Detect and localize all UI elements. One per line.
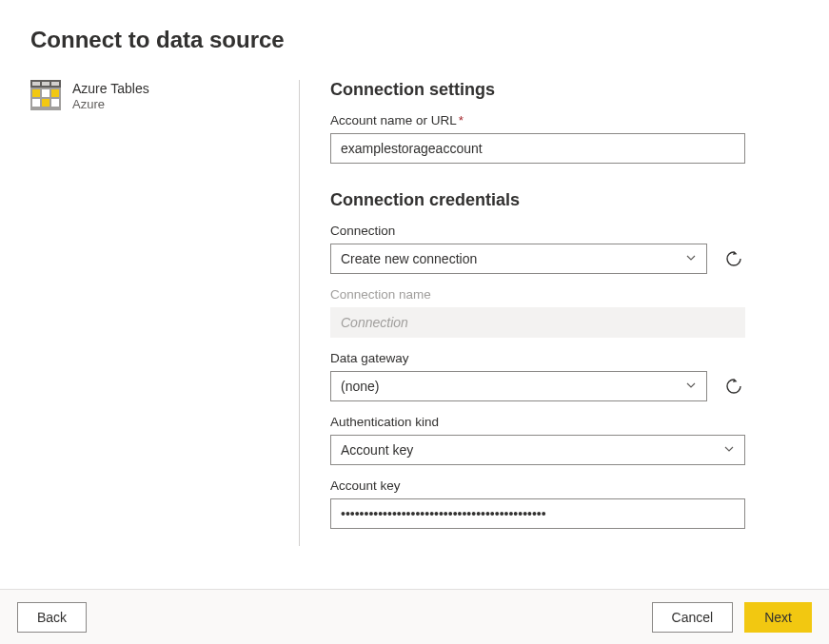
vertical-divider [299, 80, 300, 546]
account-name-label: Account name or URL* [330, 113, 745, 127]
svg-rect-5 [32, 89, 40, 97]
connection-settings-heading: Connection settings [330, 80, 745, 100]
azure-tables-icon [30, 80, 61, 110]
auth-kind-label: Authentication kind [330, 415, 745, 429]
connection-selected-value: Create new connection [341, 251, 477, 266]
connector-title: Azure Tables [72, 80, 149, 97]
refresh-icon [725, 250, 742, 267]
svg-rect-2 [32, 82, 40, 86]
required-indicator: * [459, 113, 464, 127]
account-name-input[interactable] [330, 133, 745, 164]
refresh-gateway-button[interactable] [722, 375, 745, 398]
data-gateway-label: Data gateway [330, 351, 745, 365]
data-gateway-selected-value: (none) [341, 379, 379, 394]
auth-kind-select[interactable]: Account key [330, 435, 745, 465]
data-gateway-select[interactable]: (none) [330, 371, 707, 401]
svg-rect-9 [42, 99, 49, 107]
svg-rect-6 [42, 89, 49, 97]
chevron-down-icon [685, 251, 697, 266]
svg-rect-7 [51, 89, 59, 97]
account-key-label: Account key [330, 478, 745, 493]
cancel-button[interactable]: Cancel [652, 602, 734, 633]
connection-select[interactable]: Create new connection [330, 244, 707, 274]
account-key-input[interactable] [330, 498, 745, 529]
svg-rect-3 [42, 82, 49, 86]
page-title: Connect to data source [30, 27, 799, 53]
connection-name-label: Connection name [330, 287, 745, 302]
svg-rect-8 [32, 99, 40, 107]
connection-credentials-heading: Connection credentials [330, 190, 745, 210]
auth-kind-selected-value: Account key [341, 442, 413, 458]
refresh-connection-button[interactable] [722, 247, 745, 270]
connection-label: Connection [330, 224, 745, 238]
refresh-icon [725, 378, 742, 395]
chevron-down-icon [685, 379, 697, 394]
connector-subtitle: Azure [72, 97, 149, 113]
back-button[interactable]: Back [17, 602, 87, 633]
svg-rect-10 [51, 99, 59, 107]
chevron-down-icon [723, 442, 735, 458]
connection-name-input: Connection [330, 307, 745, 338]
footer-bar: Back Cancel Next [0, 589, 829, 644]
next-button[interactable]: Next [744, 602, 812, 633]
connector-summary: Azure Tables Azure [30, 80, 299, 546]
svg-rect-4 [51, 82, 59, 86]
